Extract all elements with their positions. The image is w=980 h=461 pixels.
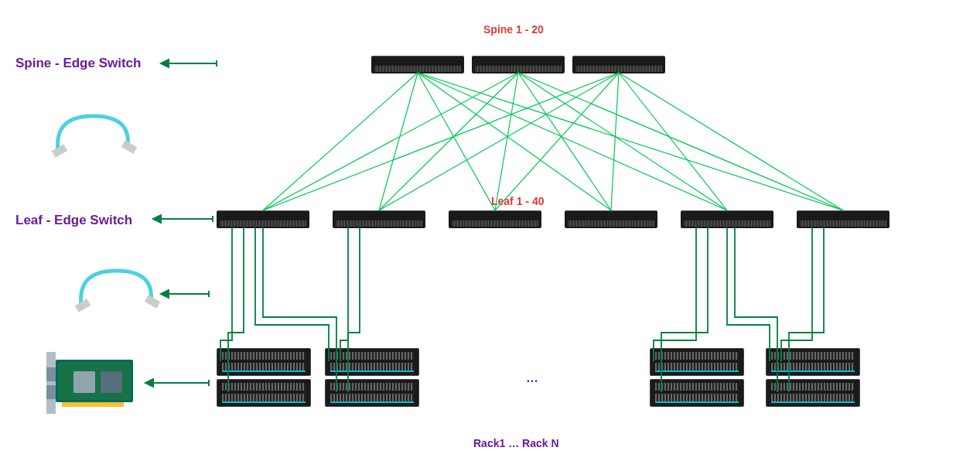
- svg-rect-11: [62, 402, 124, 407]
- svg-line-27: [611, 73, 619, 210]
- optical-cable-icon: [46, 108, 139, 162]
- svg-line-26: [495, 73, 619, 210]
- optical-cable-icon: [70, 263, 162, 317]
- svg-rect-7: [46, 367, 56, 381]
- svg-line-17: [418, 73, 843, 210]
- spine-edge-label: Spine - Edge Switch: [15, 56, 141, 71]
- server-unit: [217, 379, 311, 407]
- server-unit: [325, 348, 419, 376]
- svg-line-18: [263, 73, 518, 210]
- spine-switch: [371, 56, 464, 73]
- svg-rect-10: [101, 371, 122, 393]
- svg-marker-40: [145, 379, 153, 387]
- leaf-edge-label: Leaf - Edge Switch: [15, 213, 132, 228]
- svg-line-19: [379, 73, 518, 210]
- rack-label: Rack1 … Rack N: [473, 437, 559, 449]
- svg-line-21: [518, 73, 611, 210]
- svg-line-29: [619, 73, 843, 210]
- server-unit: [766, 348, 860, 376]
- svg-rect-9: [73, 371, 95, 393]
- svg-line-16: [418, 73, 727, 210]
- svg-line-28: [619, 73, 727, 210]
- svg-marker-34: [153, 215, 161, 223]
- spine-switch: [572, 56, 665, 73]
- ellipsis-label: …: [526, 371, 538, 385]
- server-unit: [766, 379, 860, 407]
- svg-line-12: [263, 73, 418, 210]
- server-unit: [650, 348, 744, 376]
- leaf-switch: [565, 210, 657, 228]
- leaf-title: Leaf 1 - 40: [491, 195, 544, 207]
- svg-line-14: [418, 73, 495, 210]
- leaf-switch: [333, 210, 425, 228]
- svg-line-24: [263, 73, 619, 210]
- server-unit: [650, 379, 744, 407]
- server-unit: [325, 379, 419, 407]
- leaf-switch: [681, 210, 773, 228]
- svg-line-13: [379, 73, 418, 210]
- server-unit: [217, 348, 311, 376]
- svg-line-22: [518, 73, 727, 210]
- leaf-switch: [449, 210, 541, 228]
- svg-line-25: [379, 73, 619, 210]
- svg-marker-31: [161, 60, 169, 67]
- svg-line-15: [418, 73, 611, 210]
- svg-line-23: [518, 73, 843, 210]
- leaf-switch: [217, 210, 309, 228]
- svg-rect-8: [46, 385, 56, 399]
- svg-line-20: [495, 73, 518, 210]
- svg-rect-4: [46, 352, 56, 414]
- spine-title: Spine 1 - 20: [483, 23, 544, 36]
- spine-switch: [472, 56, 565, 73]
- nic-card-icon: [43, 348, 143, 418]
- leaf-switch: [797, 210, 890, 228]
